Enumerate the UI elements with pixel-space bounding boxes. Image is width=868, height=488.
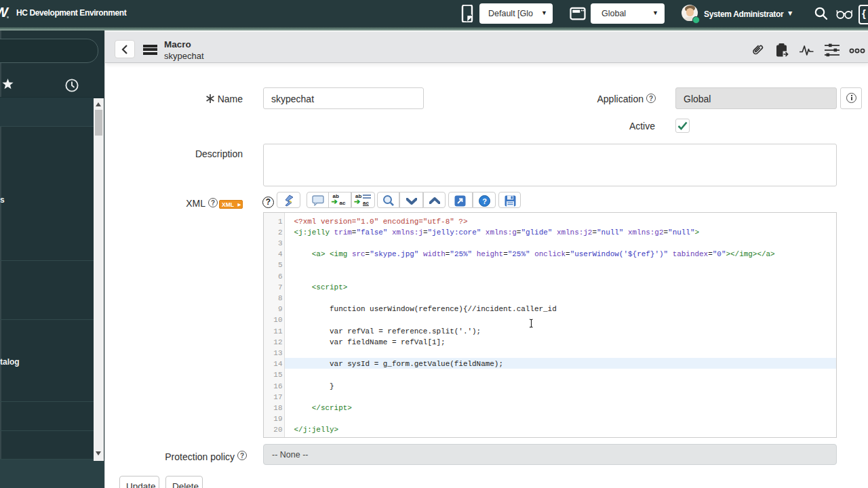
svg-text:?: ? bbox=[482, 197, 487, 205]
